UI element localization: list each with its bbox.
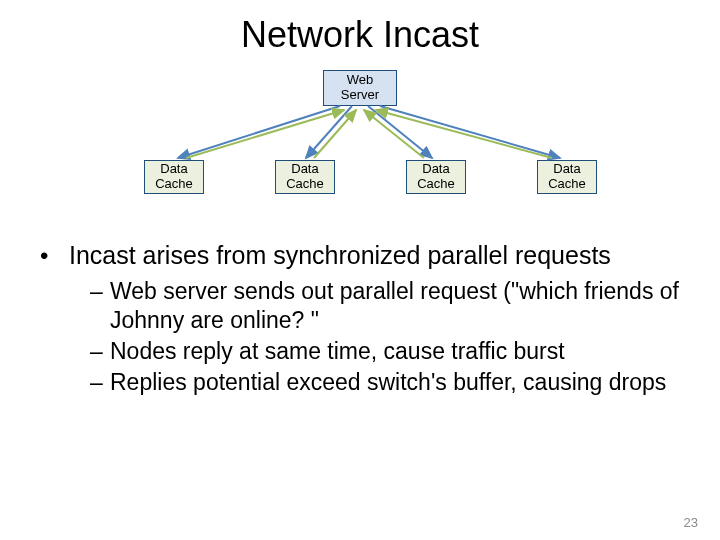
web-server-box: Web Server [323, 70, 397, 106]
page-number: 23 [684, 515, 698, 530]
sub-bullet-3: Replies potential exceed switch's buffer… [90, 368, 698, 397]
content-area: Incast arises from synchronized parallel… [0, 230, 720, 396]
svg-line-3 [380, 106, 560, 158]
svg-line-2 [368, 106, 432, 158]
svg-line-7 [376, 110, 552, 158]
sub-bullet-list: Web server sends out parallel request ("… [90, 277, 698, 396]
slide: Network Incast Web Server Data Cache Dat… [0, 0, 720, 540]
slide-title: Network Incast [0, 0, 720, 56]
data-cache-box-2: Data Cache [275, 160, 335, 194]
svg-line-6 [364, 110, 424, 158]
bullet-main-text: Incast arises from synchronized parallel… [69, 241, 611, 269]
data-cache-box-3: Data Cache [406, 160, 466, 194]
svg-line-4 [186, 110, 344, 158]
svg-line-1 [306, 106, 352, 158]
bullet-main: Incast arises from synchronized parallel… [40, 240, 698, 396]
incast-diagram: Web Server Data Cache Data Cache Data Ca… [0, 70, 720, 230]
svg-line-0 [178, 106, 340, 158]
sub-bullet-1: Web server sends out parallel request ("… [90, 277, 698, 335]
data-cache-box-1: Data Cache [144, 160, 204, 194]
svg-line-5 [314, 110, 356, 158]
data-cache-box-4: Data Cache [537, 160, 597, 194]
bullet-list: Incast arises from synchronized parallel… [40, 240, 698, 396]
sub-bullet-2: Nodes reply at same time, cause traffic … [90, 337, 698, 366]
